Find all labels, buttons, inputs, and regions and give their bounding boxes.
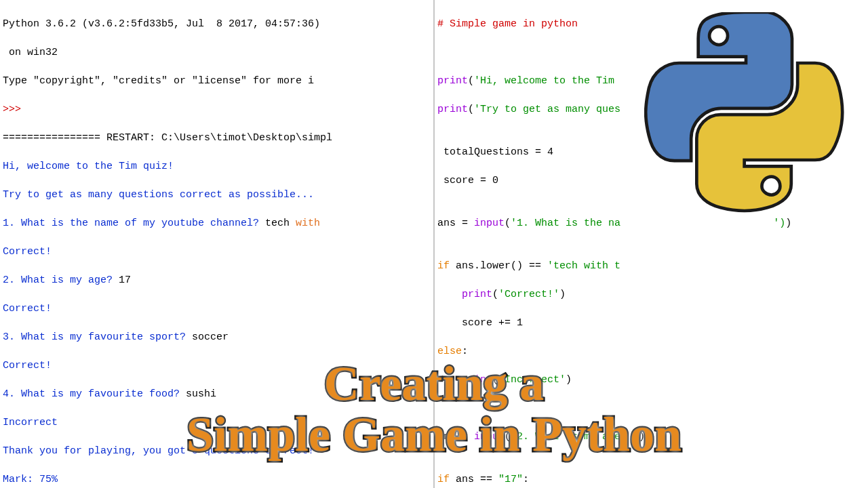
code-line: print('Hi, welcome to the Tim — [437, 74, 865, 88]
shell-header-2: on win32 — [3, 45, 431, 60]
code-comment: # Simple game in python — [437, 17, 865, 31]
shell-output-line: Hi, welcome to the Tim quiz! — [3, 159, 431, 174]
shell-output-line: Thank you for playing, you got 3 questio… — [3, 444, 431, 458]
code-line: if ans == "17": — [437, 472, 865, 487]
shell-output-line: Correct! — [3, 302, 431, 316]
code-line: print('Try to get as many ques ..' — [437, 102, 865, 117]
shell-output-line: Correct! — [3, 245, 431, 259]
code-line: totalQuestions = 4 — [437, 145, 865, 159]
shell-output-line: Mark: 75% — [3, 472, 431, 487]
shell-restart-banner: ================ RESTART: C:\Users\timot… — [3, 131, 431, 145]
code-line: score = 0 — [437, 174, 865, 188]
code-line: ans = input('1. What is the na ')) — [437, 216, 865, 230]
shell-output-line: Try to get as many questions correct as … — [3, 188, 431, 202]
code-line: if ans.lower() == 'tech with t — [437, 259, 865, 273]
shell-question-1: 1. What is the name of my youtube channe… — [3, 216, 431, 230]
code-line: score += 1 — [437, 316, 865, 330]
code-line: else: — [437, 344, 865, 359]
python-shell-pane[interactable]: Python 3.6.2 (v3.6.2:5fd33b5, Jul 8 2017… — [0, 0, 435, 488]
shell-question-4: 4. What is my favourite food? sushi — [3, 387, 431, 401]
shell-prompt[interactable]: >>> — [3, 102, 431, 117]
shell-output-line: Incorrect — [3, 415, 431, 430]
code-line: print('Incorrect') — [437, 373, 865, 387]
code-line: print('Correct!') — [437, 287, 865, 302]
code-editor-pane[interactable]: # Simple game in python print('Hi, welco… — [435, 0, 868, 488]
shell-question-2: 2. What is my age? 17 — [3, 273, 431, 287]
shell-question-3: 3. What is my favourite sport? soccer — [3, 330, 431, 344]
shell-output-line: Correct! — [3, 359, 431, 373]
code-line: ans = input('2. What is my age? ') — [437, 430, 865, 444]
shell-header: Python 3.6.2 (v3.6.2:5fd33b5, Jul 8 2017… — [3, 17, 431, 31]
shell-header-3: Type "copyright", "credits" or "license"… — [3, 74, 431, 88]
code-line — [437, 45, 865, 60]
